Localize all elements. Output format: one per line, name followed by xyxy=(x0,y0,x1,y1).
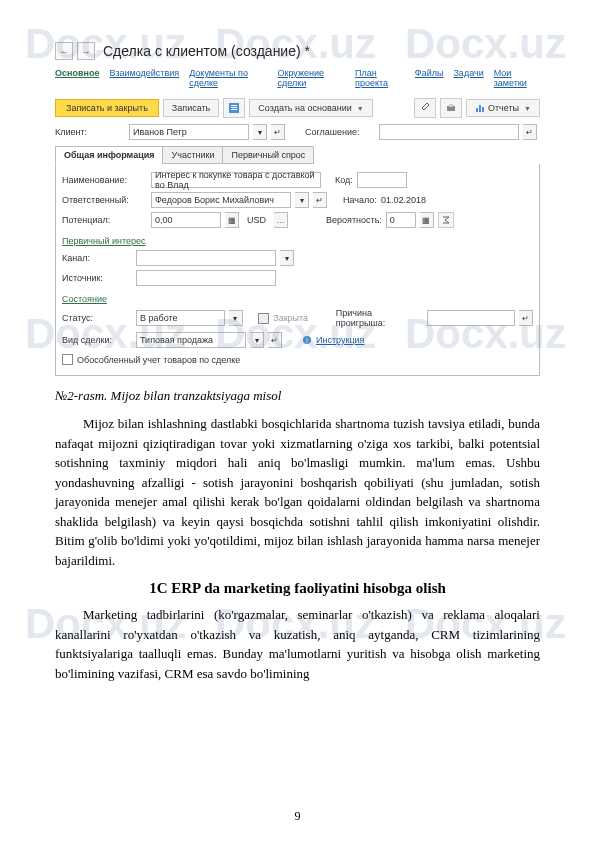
prob-label: Вероятность: xyxy=(326,215,382,225)
info-icon: i xyxy=(302,335,312,345)
isolated-checkbox[interactable] xyxy=(62,354,73,365)
agreement-field[interactable] xyxy=(379,124,519,140)
channel-field[interactable] xyxy=(136,250,276,266)
client-select-button[interactable]: ▾ xyxy=(253,124,267,140)
list-icon-button[interactable] xyxy=(223,98,245,118)
app-screenshot: ← → Сделка с клиентом (создание) * Основ… xyxy=(55,40,540,376)
save-close-button[interactable]: Записать и закрыть xyxy=(55,99,159,117)
type-field[interactable]: Типовая продажа xyxy=(136,332,246,348)
chevron-down-icon: ▼ xyxy=(357,105,364,112)
save-button[interactable]: Записать xyxy=(163,99,219,117)
prob-field[interactable]: 0 xyxy=(386,212,416,228)
tab-general[interactable]: Общая информация xyxy=(55,146,163,164)
tab-files[interactable]: Файлы xyxy=(415,68,444,88)
reports-button[interactable]: Отчеты▼ xyxy=(466,99,540,117)
resp-field[interactable]: Федоров Борис Михайлович xyxy=(151,192,291,208)
potential-field[interactable]: 0,00 xyxy=(151,212,221,228)
section-state-header[interactable]: Состояние xyxy=(62,294,533,304)
body-paragraph: Mijoz bilan ishlashning dastlabki bosqic… xyxy=(55,414,540,570)
tab-plan[interactable]: План проекта xyxy=(355,68,405,88)
client-label: Клиент: xyxy=(55,127,125,137)
prob-calc-button[interactable] xyxy=(438,212,454,228)
reason-open-button[interactable]: ↵ xyxy=(519,310,533,326)
reason-label: Причина проигрыша: xyxy=(336,308,423,328)
start-label: Начало: xyxy=(343,195,377,205)
tab-participants[interactable]: Участники xyxy=(162,146,223,164)
svg-rect-2 xyxy=(231,107,237,108)
chevron-down-icon: ▼ xyxy=(524,105,531,112)
section-interest-header[interactable]: Первичный интерес xyxy=(62,236,533,246)
list-icon xyxy=(228,102,240,114)
svg-rect-6 xyxy=(476,108,478,112)
tab-content: Наименование: Интерес к покупке товара с… xyxy=(55,164,540,376)
closed-label: Закрыта xyxy=(273,313,308,323)
source-label: Источник: xyxy=(62,273,132,283)
resp-open-button[interactable]: ↵ xyxy=(313,192,327,208)
status-select-button[interactable]: ▾ xyxy=(229,310,243,326)
closed-checkbox xyxy=(258,313,269,324)
name-field[interactable]: Интерес к покупке товара с доставкой во … xyxy=(151,172,321,188)
body-paragraph: Marketing tadbirlarini (ko'rgazmalar, se… xyxy=(55,605,540,683)
name-label: Наименование: xyxy=(62,175,147,185)
channel-label: Канал: xyxy=(62,253,132,263)
attach-button[interactable] xyxy=(414,98,436,118)
calc-button[interactable]: ▦ xyxy=(225,212,239,228)
toolbar: Записать и закрыть Записать Создать на о… xyxy=(55,94,540,122)
reason-field[interactable] xyxy=(427,310,516,326)
potential-label: Потенциал: xyxy=(62,215,147,225)
page-number: 9 xyxy=(0,809,595,824)
svg-rect-7 xyxy=(479,105,481,112)
agreement-label: Соглашение: xyxy=(305,127,375,137)
channel-select-button[interactable]: ▾ xyxy=(280,250,294,266)
clip-icon xyxy=(420,103,430,113)
svg-rect-8 xyxy=(482,107,484,112)
prob-spinner[interactable]: ▦ xyxy=(420,212,434,228)
type-select-button[interactable]: ▾ xyxy=(250,332,264,348)
currency-label: USD xyxy=(247,215,266,225)
code-field[interactable] xyxy=(357,172,407,188)
isolated-label: Обособленный учет товаров по сделке xyxy=(77,355,240,365)
resp-label: Ответственный: xyxy=(62,195,147,205)
main-tab-row: Основное Взаимодействия Документы по сде… xyxy=(55,66,540,94)
status-label: Статус: xyxy=(62,313,132,323)
type-open-button[interactable]: ↵ xyxy=(268,332,282,348)
tab-notes[interactable]: Мои заметки xyxy=(494,68,540,88)
printer-icon xyxy=(446,103,456,113)
window-title: Сделка с клиентом (создание) * xyxy=(103,43,310,59)
instruction-link[interactable]: Инструкция xyxy=(316,335,364,345)
figure-caption: №2-rasm. Mijoz bilan tranzaktsiyaga miso… xyxy=(55,388,540,404)
tab-demand[interactable]: Первичный спрос xyxy=(222,146,314,164)
svg-rect-1 xyxy=(231,105,237,106)
tab-interactions[interactable]: Взаимодействия xyxy=(109,68,179,88)
window-header: ← → Сделка с клиентом (создание) * xyxy=(55,40,540,66)
tab-docs[interactable]: Документы по сделке xyxy=(189,68,267,88)
chart-icon xyxy=(475,103,485,113)
client-open-button[interactable]: ↵ xyxy=(271,124,285,140)
code-label: Код: xyxy=(335,175,353,185)
print-button[interactable] xyxy=(440,98,462,118)
tab-env[interactable]: Окружение сделки xyxy=(278,68,346,88)
currency-select-button[interactable]: … xyxy=(274,212,288,228)
inner-tab-row: Общая информация Участники Первичный спр… xyxy=(55,146,540,164)
tab-tasks[interactable]: Задачи xyxy=(453,68,483,88)
svg-rect-5 xyxy=(449,104,453,107)
tab-main[interactable]: Основное xyxy=(55,68,99,88)
start-value: 01.02.2018 xyxy=(381,195,426,205)
client-field[interactable]: Иванов Петр xyxy=(129,124,249,140)
create-on-button[interactable]: Создать на основании▼ xyxy=(249,99,372,117)
agreement-open-button[interactable]: ↵ xyxy=(523,124,537,140)
nav-back-button[interactable]: ← xyxy=(55,42,73,60)
status-field[interactable]: В работе xyxy=(136,310,225,326)
source-field[interactable] xyxy=(136,270,276,286)
type-label: Вид сделки: xyxy=(62,335,132,345)
sigma-icon xyxy=(442,216,450,224)
section-heading: 1C ERP da marketing faoliyatini hisobga … xyxy=(55,580,540,597)
nav-forward-button[interactable]: → xyxy=(77,42,95,60)
svg-rect-3 xyxy=(231,109,237,110)
resp-select-button[interactable]: ▾ xyxy=(295,192,309,208)
